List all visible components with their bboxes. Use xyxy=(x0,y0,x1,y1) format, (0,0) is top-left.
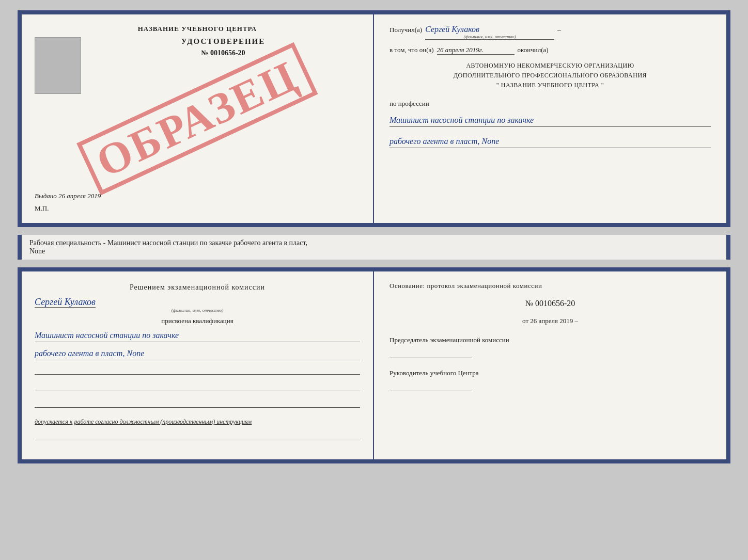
person-name-line: Сергей Кулаков (фамилия, имя, отчество) xyxy=(35,297,360,313)
assigned-label: присвоена квалификация xyxy=(35,317,360,325)
top-document: НАЗВАНИЕ УЧЕБНОГО ЦЕНТРА УДОСТОВЕРЕНИЕ №… xyxy=(18,10,730,227)
mp-label: М.П. xyxy=(35,204,49,213)
profession-value2: рабочего агента в пласт, None xyxy=(389,135,711,148)
school-title-top: НАЗВАНИЕ УЧЕБНОГО ЦЕНТРА xyxy=(138,25,257,33)
date-line: в том, что он(а) 26 апреля 2019г. окончи… xyxy=(389,46,711,55)
person-hint: (фамилия, имя, отчество) xyxy=(35,308,360,313)
chairman-sig-line xyxy=(389,347,472,358)
org-line1: АВТОНОМНУЮ НЕКОММЕРЧЕСКУЮ ОРГАНИЗАЦИЮ xyxy=(389,61,711,71)
protocol-date-val: 26 апреля 2019 xyxy=(530,317,573,325)
director-label: Руководитель учебного Центра xyxy=(389,369,711,378)
recipient-prefix: Получил(а) xyxy=(389,26,422,34)
recipient-hint: (фамилия, имя, отчество) xyxy=(425,34,554,39)
chairman-block: Председатель экзаменационной комиссии xyxy=(389,335,711,358)
blank-line2 xyxy=(35,383,360,391)
org-line2: ДОПОЛНИТЕЛЬНОГО ПРОФЕССИОНАЛЬНОГО ОБРАЗО… xyxy=(389,71,711,81)
qualification-text1: Машинист насосной станции по закачке xyxy=(35,329,360,342)
bottom-document: Решением экзаменационной комиссии Сергей… xyxy=(18,267,730,463)
protocol-date-prefix: от xyxy=(522,317,528,325)
top-doc-right: Получил(а) Сергей Кулаков (фамилия, имя,… xyxy=(374,14,726,223)
protocol-date: от 26 апреля 2019 – xyxy=(389,317,711,325)
org-block: АВТОНОМНУЮ НЕКОММЕРЧЕСКУЮ ОРГАНИЗАЦИЮ ДО… xyxy=(389,61,711,91)
issued-date: 26 апреля 2019 xyxy=(58,192,101,200)
director-block: Руководитель учебного Центра xyxy=(389,369,711,391)
protocol-number: № 0010656-20 xyxy=(389,299,711,308)
basis-title: Основание: протокол экзаменационной коми… xyxy=(389,282,711,290)
separator-text2: None xyxy=(29,247,45,255)
allowed-work: допускается к работе согласно должностны… xyxy=(35,418,360,426)
separator-text1: Рабочая специальность - Машинист насосно… xyxy=(29,239,307,247)
blank-line4 xyxy=(35,432,360,440)
decision-title: Решением экзаменационной комиссии xyxy=(35,282,360,293)
top-doc-left: НАЗВАНИЕ УЧЕБНОГО ЦЕНТРА УДОСТОВЕРЕНИЕ №… xyxy=(22,14,374,223)
dash1: – xyxy=(557,26,561,34)
photo-placeholder xyxy=(35,37,81,94)
blank-line1 xyxy=(35,366,360,375)
separator-area: Рабочая специальность - Машинист насосно… xyxy=(18,235,730,260)
cert-details: УДОСТОВЕРЕНИЕ № 0010656-20 xyxy=(86,37,360,57)
chairman-label: Председатель экзаменационной комиссии xyxy=(389,335,711,345)
cert-number: № 0010656-20 xyxy=(201,49,245,57)
finished-label: окончил(а) xyxy=(518,46,549,54)
recipient-name: Сергей Кулаков (фамилия, имя, отчество) xyxy=(425,25,554,40)
recipient-line: Получил(а) Сергей Кулаков (фамилия, имя,… xyxy=(389,25,711,40)
allowed-work-text: работе согласно должностным (производств… xyxy=(74,418,252,425)
person-name: Сергей Кулаков (фамилия, имя, отчество) xyxy=(35,297,360,313)
org-line3: " НАЗВАНИЕ УЧЕБНОГО ЦЕНТРА " xyxy=(389,81,711,90)
cert-label: УДОСТОВЕРЕНИЕ xyxy=(181,37,266,46)
bottom-doc-left: Решением экзаменационной комиссии Сергей… xyxy=(22,271,374,459)
issued-label: Выдано xyxy=(35,192,57,200)
date-value: 26 апреля 2019г. xyxy=(437,46,515,55)
director-sig-line xyxy=(389,380,472,391)
profession-label: по профессии xyxy=(389,100,711,108)
profession-value1: Машинист насосной станции по закачке xyxy=(389,114,711,127)
blank-line3 xyxy=(35,399,360,408)
dash-right: – xyxy=(574,317,578,325)
cert-inner: УДОСТОВЕРЕНИЕ № 0010656-20 xyxy=(35,37,360,187)
cert-issued: Выдано 26 апреля 2019 xyxy=(35,192,360,200)
date-prefix: в том, что он(а) xyxy=(389,46,434,54)
bottom-doc-right: Основание: протокол экзаменационной коми… xyxy=(374,271,726,459)
qualification-text2: рабочего агента в пласт, None xyxy=(35,347,360,360)
